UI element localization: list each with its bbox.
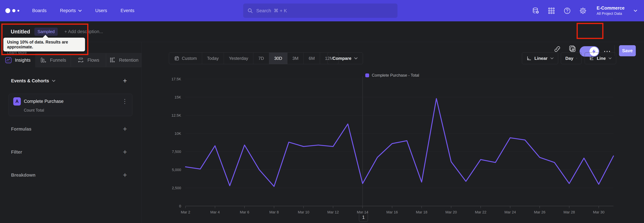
svg-text:Mar 22: Mar 22 xyxy=(475,210,486,214)
add-description[interactable]: + Add description... xyxy=(64,29,103,34)
svg-text:Mar 10: Mar 10 xyxy=(298,210,309,214)
range-30d[interactable]: 30D xyxy=(269,53,288,64)
tab-label: Retention xyxy=(119,58,138,63)
mixpanel-logo-icon[interactable] xyxy=(5,8,24,13)
project-name: E-Commerce xyxy=(596,6,624,11)
chevron-down-icon xyxy=(634,10,637,12)
range-6m[interactable]: 6M xyxy=(304,53,320,64)
apps-grid-icon[interactable] xyxy=(548,7,555,15)
svg-text:Mar 26: Mar 26 xyxy=(534,210,546,214)
interval-selector[interactable]: Day xyxy=(561,52,582,64)
axis-scale-icon xyxy=(526,55,532,61)
chevron-down-icon xyxy=(354,57,358,59)
svg-text:12.5K: 12.5K xyxy=(172,113,181,118)
compare-button[interactable]: Compare xyxy=(327,52,363,64)
svg-text:Mar 8: Mar 8 xyxy=(269,210,279,214)
range-today[interactable]: Today xyxy=(202,53,224,64)
tab-retention[interactable]: Retention xyxy=(106,53,142,67)
report-title[interactable]: Untitled xyxy=(11,29,30,35)
nav-right-cluster: E-Commerce All Project Data xyxy=(532,0,637,21)
range-3m[interactable]: 3M xyxy=(288,53,304,64)
svg-text:Mar 24: Mar 24 xyxy=(504,210,516,214)
tooltip-message: Using 10% of data. Results are approxima… xyxy=(7,40,81,49)
tooltip-learn-more-link[interactable]: Learn More xyxy=(7,50,81,55)
settings-gear-icon[interactable] xyxy=(579,7,587,15)
calendar-icon xyxy=(174,56,180,61)
global-search[interactable] xyxy=(243,4,398,18)
add-formula-button[interactable]: + xyxy=(121,125,129,133)
tab-flows[interactable]: Flows xyxy=(71,53,106,67)
svg-text:Mar 6: Mar 6 xyxy=(240,210,249,214)
event-name[interactable]: Complete Purchase xyxy=(24,99,64,104)
add-to-board-icon[interactable] xyxy=(568,45,576,53)
copy-link-icon[interactable] xyxy=(554,45,561,53)
event-metric[interactable]: Count Total xyxy=(24,108,44,113)
filter-label: Filter xyxy=(11,150,22,155)
range-custom[interactable]: Custom xyxy=(169,53,202,64)
tab-label: Flows xyxy=(88,58,100,63)
search-icon xyxy=(248,8,253,14)
svg-text:Mar 2: Mar 2 xyxy=(181,210,190,214)
formulas-label: Formulas xyxy=(11,127,32,132)
project-scope: All Project Data xyxy=(596,12,624,16)
add-event-button[interactable]: + xyxy=(121,77,129,85)
nav-item-users[interactable]: Users xyxy=(95,8,107,13)
svg-text:Mar 16: Mar 16 xyxy=(386,210,398,214)
filter-section: Filter + xyxy=(0,147,142,157)
chart-legend[interactable]: Complete Purchase - Total xyxy=(365,73,419,78)
nav-item-reports[interactable]: Reports xyxy=(60,8,82,13)
report-type-tabs: Insights Funnels Flows Retention xyxy=(0,53,142,67)
chevron-down-icon xyxy=(608,57,612,59)
range-7d[interactable]: 7D xyxy=(254,53,269,64)
nav-item-events[interactable]: Events xyxy=(120,8,134,13)
svg-text:15K: 15K xyxy=(174,95,181,99)
kebab-menu-icon[interactable]: ⋮ xyxy=(122,98,128,105)
report-header-bar: Untitled Sampled + Add description... ⋯ … xyxy=(0,21,644,42)
flows-icon xyxy=(78,57,84,64)
series-letter-badge: A xyxy=(13,97,21,105)
tab-label: Funnels xyxy=(50,58,66,63)
svg-text:0: 0 xyxy=(179,204,181,208)
events-cohorts-header: Events & Cohorts + xyxy=(0,76,142,86)
nav-item-boards[interactable]: Boards xyxy=(32,8,46,13)
retention-icon xyxy=(109,57,116,64)
add-filter-button[interactable]: + xyxy=(121,148,129,156)
svg-text:Mar 28: Mar 28 xyxy=(564,210,575,214)
range-yesterday[interactable]: Yesterday xyxy=(224,53,254,64)
help-icon[interactable] xyxy=(563,7,571,15)
breakdown-label: Breakdown xyxy=(11,173,36,178)
chevron-down-icon[interactable] xyxy=(52,80,56,82)
sampling-tooltip: Using 10% of data. Results are approxima… xyxy=(3,38,85,51)
nav-links: Boards Reports Users Events xyxy=(32,8,134,13)
svg-text:10K: 10K xyxy=(174,131,181,136)
chart-type-selector[interactable]: Line xyxy=(585,52,616,64)
tab-insights[interactable]: Insights xyxy=(0,53,36,67)
chevron-down-icon xyxy=(78,10,82,12)
svg-text:Mar 30: Mar 30 xyxy=(593,210,604,214)
svg-text:5,000: 5,000 xyxy=(172,168,181,172)
legend-swatch xyxy=(365,73,369,77)
svg-text:2,500: 2,500 xyxy=(172,186,181,190)
svg-text:Mar 18: Mar 18 xyxy=(416,210,427,214)
save-button[interactable]: Save xyxy=(619,45,636,56)
chevron-down-icon xyxy=(576,57,577,59)
funnels-icon xyxy=(40,57,47,64)
data-management-icon[interactable] xyxy=(532,7,540,15)
events-cohorts-label[interactable]: Events & Cohorts xyxy=(11,78,49,83)
legend-label: Complete Purchase - Total xyxy=(372,73,419,78)
insights-chart-icon xyxy=(5,57,12,64)
scale-selector[interactable]: Linear xyxy=(522,52,558,64)
search-input[interactable] xyxy=(256,8,393,14)
event-row-complete-purchase[interactable]: A Complete Purchase Count Total ⋮ xyxy=(8,94,132,116)
svg-text:17.5K: 17.5K xyxy=(172,77,181,81)
sampled-badge[interactable]: Sampled xyxy=(34,28,58,36)
tab-funnels[interactable]: Funnels xyxy=(36,53,71,67)
svg-text:Mar 20: Mar 20 xyxy=(446,210,457,214)
pagination-page-1[interactable]: 1 xyxy=(359,213,368,222)
line-chart-icon xyxy=(589,55,594,61)
svg-text:7,500: 7,500 xyxy=(172,150,181,154)
project-switcher[interactable]: E-Commerce All Project Data xyxy=(596,6,624,16)
add-breakdown-button[interactable]: + xyxy=(121,171,129,179)
breakdown-section: Breakdown + xyxy=(0,170,142,180)
date-range-control: Custom Today Yesterday 7D 30D 3M 6M 12M xyxy=(169,52,338,64)
